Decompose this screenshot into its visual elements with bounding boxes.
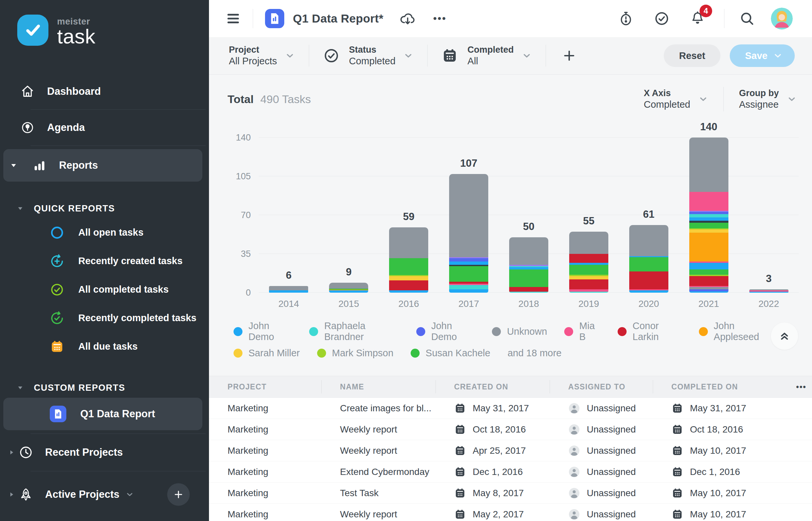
filter-completed[interactable]: Completed All [428,44,546,67]
custom-reports-header[interactable]: CUSTOM REPORTS [17,383,209,393]
table-row[interactable]: MarketingExtend CybermondayDec 1, 2016Un… [209,461,812,482]
calendar-icon [671,466,683,478]
chevron-right-icon[interactable] [8,449,15,456]
report-doc-icon [265,9,284,28]
my-tasks-icon[interactable] [654,10,670,26]
sidebar-item-reports[interactable]: Reports [3,149,202,182]
legend-color-dot [317,349,326,358]
cell-text: May 10, 2017 [690,488,746,498]
chevron-down-icon[interactable] [10,158,17,172]
filter-bar: Project All Projects Status Completed Co… [209,37,812,74]
stacked-bar-chart: 0357010514069591075055611403 [259,115,799,293]
sidebar-item-active-projects[interactable]: Active Projects [0,479,209,510]
bar-2021[interactable] [689,138,728,293]
chevron-down-icon[interactable] [125,490,134,499]
bar-2022[interactable] [749,289,788,293]
bar-2019[interactable] [569,232,608,293]
legend-more-label: and 18 more [508,348,561,359]
column-header-name[interactable]: NAME [321,376,435,398]
column-header-assigned-to[interactable]: ASSIGNED TO [550,376,653,398]
legend-item[interactable]: Mia B [564,320,600,342]
legend-item[interactable]: John Appleseed [699,320,775,342]
quick-reports-header[interactable]: QUICK REPORTS [17,204,209,214]
refresh-plus-icon [50,254,64,269]
legend-item[interactable]: Unknown [492,326,547,337]
sidebar-item-dashboard[interactable]: Dashboard [0,77,209,106]
time-tracking-icon[interactable] [618,10,634,26]
cell-project: Marketing [209,467,321,477]
column-header-project[interactable]: PROJECT [209,376,321,398]
table-row[interactable]: MarketingWeekly reportMay 2, 2017Unassig… [209,504,812,521]
sidebar-item-recent-projects[interactable]: Recent Projects [0,437,209,468]
user-avatar[interactable] [771,8,793,29]
legend-color-dot [234,327,242,336]
bar-segment [629,290,668,293]
sidebar-item-recently-completed-tasks[interactable]: Recently completed tasks [0,304,209,333]
save-button[interactable]: Save [730,44,795,67]
legend-color-dot [309,327,318,336]
add-filter-button[interactable] [562,48,577,63]
legend-item[interactable]: Susan Kachele [411,348,490,359]
table-options-icon[interactable]: ••• [777,376,812,398]
legend-item[interactable]: Mark Simpson [317,348,393,359]
legend-item[interactable]: Sarah Miller [234,348,300,359]
chevron-down-icon [773,51,783,61]
sidebar-item-label: Dashboard [47,86,101,97]
bar-2016[interactable] [389,227,428,293]
bar-2015[interactable] [329,283,368,293]
reset-button[interactable]: Reset [664,44,721,67]
table-row[interactable]: MarketingCreate images for bl...May 31, … [209,398,812,419]
main-area: Q1 Data Report* ••• 4 Project All Pro [209,0,812,521]
bar-column-2021: 140 [679,115,739,293]
bar-segment [689,223,728,228]
legend-name: John Demo [431,320,475,342]
sidebar-item-agenda[interactable]: Agenda [0,113,209,142]
notifications-button[interactable]: 4 [690,10,706,27]
chevron-right-icon[interactable] [8,491,15,498]
search-icon[interactable] [739,10,755,26]
brand-logo[interactable]: meister task [17,15,209,46]
legend-item[interactable]: Raphaela Brandner [309,320,399,342]
bar-2018[interactable] [509,237,548,293]
logo-check-icon [23,20,43,41]
sidebar-item-q1-data-report[interactable]: Q1 Data Report [3,398,202,430]
filter-project[interactable]: Project All Projects [228,44,309,67]
hamburger-menu-icon[interactable] [226,11,241,26]
bar-segment [449,266,488,282]
sidebar-item-recently-created-tasks[interactable]: Recently created tasks [0,247,209,275]
group-by-selector[interactable]: Group by Assignee [724,88,800,110]
bar-segment [569,276,608,279]
sidebar-item-all-open-tasks[interactable]: All open tasks [0,219,209,247]
bar-2014[interactable] [269,286,308,293]
quick-reports-list: All open tasksRecently created tasksAll … [0,219,209,361]
sidebar-item-all-completed-tasks[interactable]: All completed tasks [0,275,209,304]
collapse-chart-button[interactable] [771,322,798,350]
legend-item[interactable]: John Demo [416,320,475,342]
x-axis-selector[interactable]: X Axis Completed [628,88,723,110]
column-header-completed-on[interactable]: COMPLETED ON [653,376,777,398]
cell-assigned-to: Unassigned [550,466,653,478]
table-row[interactable]: MarketingWeekly reportApr 25, 2017Unassi… [209,440,812,461]
cloud-download-icon[interactable] [399,10,416,27]
legend-item[interactable]: John Demo [234,320,292,342]
cell-name: Test Task [321,488,435,498]
more-options-icon[interactable]: ••• [433,13,447,24]
bar-column-2018: 50 [499,115,559,293]
sidebar-item-label: All completed tasks [78,284,169,295]
add-project-button[interactable] [167,483,190,506]
legend-item[interactable]: Conor Larkin [618,320,682,342]
filter-status[interactable]: Status Completed [309,44,427,67]
sidebar-item-all-due-tasks[interactable]: All due tasks [0,333,209,361]
bar-segment [689,218,728,221]
column-header-created-on[interactable]: CREATED ON [435,376,550,398]
bar-2020[interactable] [629,225,668,293]
meistertask-app: meister task Dashboard Agenda Reports [0,0,812,521]
table-row[interactable]: MarketingTest TaskMay 8, 2017UnassignedM… [209,482,812,504]
chevron-down-icon [285,51,295,61]
cell-completed-on: May 10, 2017 [653,445,777,457]
table-row[interactable]: MarketingWeekly reportOct 18, 2016Unassi… [209,419,812,440]
bar-segment [689,276,728,286]
calendar-icon [671,445,683,457]
bar-2017[interactable] [449,174,488,293]
cell-completed-on: Oct 18, 2016 [653,424,777,435]
